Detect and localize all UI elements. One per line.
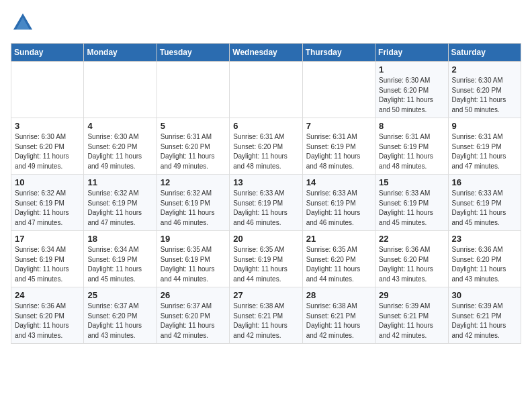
calendar-cell: 11Sunrise: 6:32 AM Sunset: 6:19 PM Dayli… [84, 175, 157, 231]
day-number: 19 [161, 234, 226, 244]
calendar-cell [11, 62, 84, 118]
calendar-week-2: 10Sunrise: 6:32 AM Sunset: 6:19 PM Dayli… [11, 175, 521, 231]
day-number: 16 [452, 177, 517, 187]
day-info: Sunrise: 6:34 AM Sunset: 6:19 PM Dayligh… [87, 245, 152, 284]
calendar-cell [230, 62, 302, 118]
calendar-cell: 5Sunrise: 6:31 AM Sunset: 6:20 PM Daylig… [157, 118, 229, 175]
day-header-monday: Monday [84, 44, 157, 62]
calendar-cell: 30Sunrise: 6:39 AM Sunset: 6:21 PM Dayli… [448, 287, 521, 344]
day-number: 25 [87, 290, 152, 300]
calendar-cell [84, 62, 157, 118]
day-header-friday: Friday [375, 44, 448, 62]
day-number: 24 [15, 290, 80, 300]
calendar-cell: 27Sunrise: 6:38 AM Sunset: 6:21 PM Dayli… [230, 287, 302, 344]
day-info: Sunrise: 6:38 AM Sunset: 6:21 PM Dayligh… [306, 302, 371, 340]
day-number: 18 [87, 234, 152, 244]
calendar-week-4: 24Sunrise: 6:36 AM Sunset: 6:20 PM Dayli… [11, 287, 521, 344]
day-info: Sunrise: 6:39 AM Sunset: 6:21 PM Dayligh… [452, 302, 517, 340]
day-info: Sunrise: 6:33 AM Sunset: 6:19 PM Dayligh… [452, 189, 517, 228]
day-info: Sunrise: 6:31 AM Sunset: 6:19 PM Dayligh… [452, 132, 517, 171]
day-info: Sunrise: 6:36 AM Sunset: 6:20 PM Dayligh… [379, 245, 444, 284]
calendar-cell: 10Sunrise: 6:32 AM Sunset: 6:19 PM Dayli… [11, 175, 84, 231]
calendar-cell: 8Sunrise: 6:31 AM Sunset: 6:19 PM Daylig… [375, 118, 448, 175]
day-number: 12 [161, 177, 226, 187]
calendar-cell [302, 62, 375, 118]
day-number: 28 [306, 290, 371, 300]
day-number: 8 [379, 121, 444, 131]
day-number: 14 [306, 177, 371, 187]
calendar-cell [157, 62, 229, 118]
day-number: 3 [15, 121, 80, 131]
day-number: 17 [15, 234, 80, 244]
calendar-cell: 15Sunrise: 6:33 AM Sunset: 6:19 PM Dayli… [375, 175, 448, 231]
calendar-cell: 19Sunrise: 6:35 AM Sunset: 6:19 PM Dayli… [157, 231, 229, 287]
calendar-cell: 18Sunrise: 6:34 AM Sunset: 6:19 PM Dayli… [84, 231, 157, 287]
day-number: 6 [233, 121, 298, 131]
calendar-cell: 24Sunrise: 6:36 AM Sunset: 6:20 PM Dayli… [11, 287, 84, 344]
day-info: Sunrise: 6:33 AM Sunset: 6:19 PM Dayligh… [233, 189, 298, 228]
calendar-week-0: 1Sunrise: 6:30 AM Sunset: 6:20 PM Daylig… [11, 62, 521, 118]
day-info: Sunrise: 6:31 AM Sunset: 6:19 PM Dayligh… [306, 132, 371, 171]
day-number: 29 [379, 290, 444, 300]
calendar-cell: 26Sunrise: 6:37 AM Sunset: 6:20 PM Dayli… [157, 287, 229, 344]
day-number: 9 [452, 121, 517, 131]
day-info: Sunrise: 6:34 AM Sunset: 6:19 PM Dayligh… [15, 245, 80, 284]
day-info: Sunrise: 6:32 AM Sunset: 6:19 PM Dayligh… [161, 189, 226, 228]
calendar-cell: 6Sunrise: 6:31 AM Sunset: 6:20 PM Daylig… [230, 118, 302, 175]
day-info: Sunrise: 6:30 AM Sunset: 6:20 PM Dayligh… [379, 76, 444, 115]
calendar-cell: 21Sunrise: 6:35 AM Sunset: 6:20 PM Dayli… [302, 231, 375, 287]
day-header-sunday: Sunday [11, 44, 84, 62]
day-info: Sunrise: 6:39 AM Sunset: 6:21 PM Dayligh… [379, 302, 444, 340]
calendar-week-1: 3Sunrise: 6:30 AM Sunset: 6:20 PM Daylig… [11, 118, 521, 175]
day-number: 22 [379, 234, 444, 244]
day-number: 26 [161, 290, 226, 300]
calendar-cell: 4Sunrise: 6:30 AM Sunset: 6:20 PM Daylig… [84, 118, 157, 175]
day-info: Sunrise: 6:31 AM Sunset: 6:20 PM Dayligh… [161, 132, 226, 171]
day-number: 20 [233, 234, 298, 244]
day-info: Sunrise: 6:35 AM Sunset: 6:20 PM Dayligh… [306, 245, 371, 284]
day-header-wednesday: Wednesday [230, 44, 302, 62]
day-number: 5 [161, 121, 226, 131]
logo-icon [11, 11, 35, 35]
calendar-body: 1Sunrise: 6:30 AM Sunset: 6:20 PM Daylig… [11, 62, 521, 344]
day-number: 27 [233, 290, 298, 300]
day-info: Sunrise: 6:33 AM Sunset: 6:19 PM Dayligh… [379, 189, 444, 228]
day-number: 30 [452, 290, 517, 300]
day-number: 10 [15, 177, 80, 187]
day-info: Sunrise: 6:37 AM Sunset: 6:20 PM Dayligh… [161, 302, 226, 340]
calendar-cell: 23Sunrise: 6:36 AM Sunset: 6:20 PM Dayli… [448, 231, 521, 287]
day-number: 15 [379, 177, 444, 187]
calendar-header-row: SundayMondayTuesdayWednesdayThursdayFrid… [11, 44, 521, 62]
day-header-thursday: Thursday [302, 44, 375, 62]
day-number: 2 [452, 64, 517, 75]
day-info: Sunrise: 6:32 AM Sunset: 6:19 PM Dayligh… [15, 189, 80, 228]
day-info: Sunrise: 6:38 AM Sunset: 6:21 PM Dayligh… [233, 302, 298, 340]
calendar-cell: 17Sunrise: 6:34 AM Sunset: 6:19 PM Dayli… [11, 231, 84, 287]
day-info: Sunrise: 6:32 AM Sunset: 6:19 PM Dayligh… [87, 189, 152, 228]
day-number: 7 [306, 121, 371, 131]
day-info: Sunrise: 6:30 AM Sunset: 6:20 PM Dayligh… [15, 132, 80, 171]
calendar-cell: 12Sunrise: 6:32 AM Sunset: 6:19 PM Dayli… [157, 175, 229, 231]
calendar-cell: 7Sunrise: 6:31 AM Sunset: 6:19 PM Daylig… [302, 118, 375, 175]
day-info: Sunrise: 6:31 AM Sunset: 6:20 PM Dayligh… [233, 132, 298, 171]
calendar-cell: 2Sunrise: 6:30 AM Sunset: 6:20 PM Daylig… [448, 62, 521, 118]
day-number: 1 [379, 64, 444, 75]
day-number: 4 [87, 121, 152, 131]
calendar-cell: 1Sunrise: 6:30 AM Sunset: 6:20 PM Daylig… [375, 62, 448, 118]
day-header-saturday: Saturday [448, 44, 521, 62]
calendar-cell: 25Sunrise: 6:37 AM Sunset: 6:20 PM Dayli… [84, 287, 157, 344]
day-info: Sunrise: 6:31 AM Sunset: 6:19 PM Dayligh… [379, 132, 444, 171]
calendar-cell: 9Sunrise: 6:31 AM Sunset: 6:19 PM Daylig… [448, 118, 521, 175]
page-header [11, 11, 521, 35]
calendar-cell: 22Sunrise: 6:36 AM Sunset: 6:20 PM Dayli… [375, 231, 448, 287]
day-info: Sunrise: 6:33 AM Sunset: 6:19 PM Dayligh… [306, 189, 371, 228]
calendar-cell: 20Sunrise: 6:35 AM Sunset: 6:19 PM Dayli… [230, 231, 302, 287]
calendar-cell: 14Sunrise: 6:33 AM Sunset: 6:19 PM Dayli… [302, 175, 375, 231]
day-header-tuesday: Tuesday [157, 44, 229, 62]
calendar-cell: 29Sunrise: 6:39 AM Sunset: 6:21 PM Dayli… [375, 287, 448, 344]
day-info: Sunrise: 6:30 AM Sunset: 6:20 PM Dayligh… [87, 132, 152, 171]
day-number: 21 [306, 234, 371, 244]
day-number: 23 [452, 234, 517, 244]
day-info: Sunrise: 6:30 AM Sunset: 6:20 PM Dayligh… [452, 76, 517, 115]
day-info: Sunrise: 6:36 AM Sunset: 6:20 PM Dayligh… [15, 302, 80, 340]
